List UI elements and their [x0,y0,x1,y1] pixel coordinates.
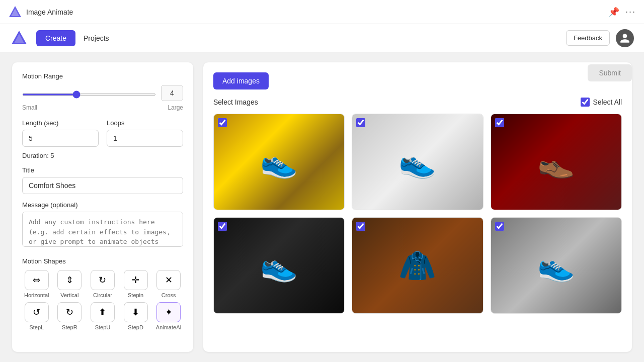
more-options-icon[interactable]: ··· [625,7,636,17]
title-input[interactable] [22,177,183,194]
title-label: Title [22,166,183,174]
title-section: Title [22,166,183,194]
shape-button-stepu[interactable]: ⬆ [91,302,115,322]
shape-button-vertical[interactable]: ⇕ [57,270,82,290]
app-logo-small [8,5,22,19]
shape-label-stepd: StepD [128,324,143,330]
pin-icon[interactable]: 📌 [608,7,619,18]
shape-item-animateai: ✦AnimateAI [154,302,183,330]
top-bar-right: 📌 ··· [608,7,636,18]
shape-label-stepu: StepU [95,324,111,330]
avatar[interactable] [616,29,634,47]
image-checkbox-2[interactable] [356,118,365,127]
nav-left: Create Projects [10,29,109,47]
shape-label-cross: Cross [162,292,176,298]
select-images-row: Select Images Select All [213,98,622,107]
shape-item-stepd: ⬇StepD [121,302,150,330]
image-card-4: 👟 [213,217,345,314]
length-input[interactable] [22,130,99,147]
motion-shapes-grid: ⇔Horizontal⇕Vertical↻Circular✛Stepin✕Cro… [22,270,183,330]
top-bar-left: Image Animate [8,5,73,19]
nav-logo [10,29,28,47]
top-bar: Image Animate 📌 ··· [0,0,644,24]
right-panel-top: Add images [213,72,622,89]
shape-label-animateai: AnimateAI [156,324,182,330]
nav-right: Feedback [566,29,634,47]
select-all-text: Select All [593,98,622,106]
motion-range-value: 4 [161,85,183,101]
length-section: Length (sec) [22,119,99,147]
shape-item-cross: ✕Cross [154,270,183,298]
image-placeholder-6: 👟 [491,218,621,313]
main-content: Motion Range 4 Small Large Length (sec) [0,52,644,362]
message-section: Message (optional) [22,201,183,248]
length-loops-row: Length (sec) Loops [22,119,183,147]
shape-button-stepd[interactable]: ⬇ [124,302,148,322]
image-card-5: 🧥 [352,217,483,314]
image-placeholder-5: 🧥 [352,218,482,313]
range-small-label: Small [22,104,37,111]
shape-label-stepin: Stepin [128,292,143,298]
image-card-6: 👟 [491,217,622,314]
projects-button[interactable]: Projects [84,34,109,42]
duration-text: Duration: 5 [22,152,183,159]
loops-input[interactable] [107,130,183,147]
feedback-button[interactable]: Feedback [566,30,610,46]
left-panel: Motion Range 4 Small Large Length (sec) [12,62,193,352]
image-checkbox-4[interactable] [218,222,227,231]
message-label: Message (optional) [22,201,183,209]
app-title: Image Animate [26,8,73,16]
shape-label-stepr: StepR [62,324,77,330]
shape-button-stepin[interactable]: ✛ [124,270,148,290]
image-checkbox-1[interactable] [218,118,227,127]
images-grid: 👟👟👞👟🧥👟 [213,114,622,314]
create-button[interactable]: Create [36,30,75,46]
range-large-label: Large [168,104,183,111]
select-all-row[interactable]: Select All [581,98,622,107]
shape-button-circular[interactable]: ↻ [91,270,115,290]
motion-shapes-label: Motion Shapes [22,257,183,265]
message-textarea[interactable] [22,212,183,247]
shape-label-stepl: StepL [29,324,44,330]
select-all-checkbox[interactable] [581,98,590,107]
image-checkbox-5[interactable] [356,222,365,231]
select-images-label: Select Images [213,98,258,106]
shape-button-cross[interactable]: ✕ [156,270,181,290]
shape-button-animateai[interactable]: ✦ [156,302,181,322]
image-placeholder-2: 👟 [352,114,482,210]
shape-item-stepu: ⬆StepU [88,302,117,330]
image-checkbox-3[interactable] [495,118,504,127]
shape-item-vertical: ⇕Vertical [55,270,85,298]
image-card-3: 👞 [491,114,622,210]
shape-label-vertical: Vertical [60,292,78,298]
shape-item-stepin: ✛Stepin [121,270,150,298]
shape-button-stepl[interactable]: ↺ [25,302,49,322]
shape-item-stepr: ↻StepR [55,302,85,330]
range-labels: Small Large [22,104,183,111]
image-placeholder-1: 👟 [214,114,344,210]
shape-label-circular: Circular [93,292,112,298]
shape-item-circular: ↻Circular [88,270,117,298]
shape-item-stepl: ↺StepL [22,302,51,330]
shape-item-horizontal: ⇔Horizontal [22,270,51,298]
submit-area: Submit [588,64,632,81]
add-images-button[interactable]: Add images [213,72,269,89]
length-label: Length (sec) [22,119,99,127]
image-placeholder-3: 👞 [491,114,621,210]
image-card-1: 👟 [213,114,345,210]
loops-section: Loops [107,119,183,147]
loops-label: Loops [107,119,183,127]
shape-button-horizontal[interactable]: ⇔ [25,270,49,290]
slider-container [22,89,156,97]
image-card-2: 👟 [352,114,483,210]
motion-range-slider[interactable] [22,94,156,96]
image-checkbox-6[interactable] [495,222,504,231]
motion-range-row: 4 [22,85,183,101]
motion-range-section: Motion Range 4 Small Large [22,72,183,111]
submit-button[interactable]: Submit [588,64,632,81]
right-panel: Add images Select Images Select All 👟👟👞👟… [203,62,632,352]
image-placeholder-4: 👟 [214,218,344,313]
motion-shapes-section: Motion Shapes ⇔Horizontal⇕Vertical↻Circu… [22,257,183,330]
shape-button-stepr[interactable]: ↻ [57,302,82,322]
nav-bar: Create Projects Feedback [0,24,644,52]
